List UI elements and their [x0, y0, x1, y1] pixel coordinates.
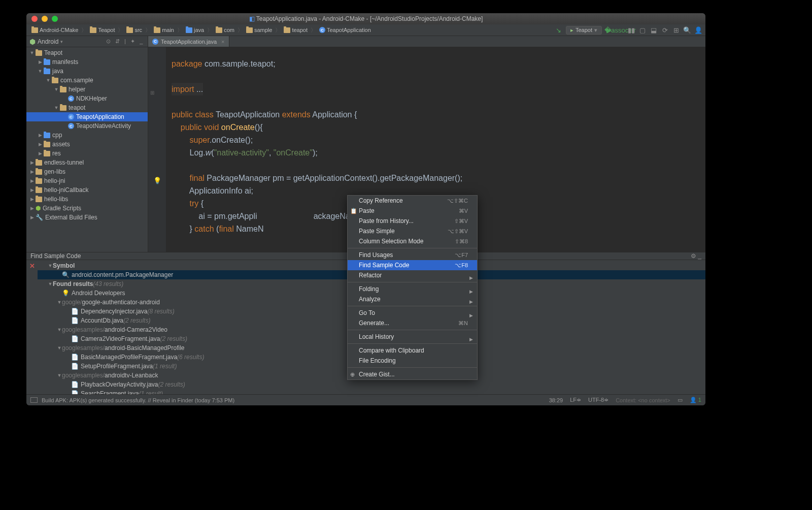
project-tool-window: ⬢ Android ▾ ⊙ ⇵ | ✦ ⎯ Teapotmanifestsjav…	[26, 36, 148, 252]
context-menu-item[interactable]: 📋Paste⌘V	[348, 206, 477, 216]
android-icon: ⬢	[29, 38, 36, 46]
debug-button[interactable]: �associar	[616, 26, 624, 34]
context-menu-item[interactable]: Column Selection Mode⇧⌘8	[348, 236, 477, 246]
context-menu-item[interactable]: File Encoding	[348, 356, 477, 366]
tree-item[interactable]: res	[26, 149, 148, 158]
caret-position[interactable]: 38:29	[549, 397, 563, 403]
breadcrumb-item[interactable]: java	[184, 27, 206, 33]
panel-settings-icon[interactable]: ⚙ ⎯	[691, 252, 701, 260]
status-message: Build APK: APK(s) generated successfully…	[42, 397, 234, 403]
tree-item[interactable]: Teapot	[26, 48, 148, 57]
gutter[interactable]: ⊞ 💡	[148, 47, 166, 252]
context-menu-item[interactable]: Compare with Clipboard	[348, 345, 477, 356]
context-menu-item[interactable]: ⊕Create Gist...	[348, 369, 477, 379]
navigation-bar: Android-CMake〉Teapot〉src〉main〉java〉com〉s…	[26, 24, 705, 36]
editor-context-menu[interactable]: Copy Reference⌥⇧⌘C📋Paste⌘VPaste from His…	[347, 195, 478, 380]
context-menu-item[interactable]: Analyze	[348, 294, 477, 304]
context-menu-item[interactable]: Generate...⌘N	[348, 318, 477, 328]
context-menu-item[interactable]: Paste Simple⌥⇧⌘V	[348, 226, 477, 236]
tree-item[interactable]: helper	[26, 85, 148, 94]
status-tool-window-icon[interactable]	[30, 397, 38, 403]
context-menu-item[interactable]: Copy Reference⌥⇧⌘C	[348, 196, 477, 206]
fold-icon[interactable]: ⊞	[150, 86, 154, 99]
intention-bulb-icon[interactable]: 💡	[153, 174, 161, 187]
find-panel-title: Find Sample Code	[30, 252, 81, 260]
editor-tabs: C TeapotApplication.java ×	[148, 36, 705, 47]
toolbar-right: ↘ ▸Teapot▾ ▶ �associar ▮▮ ▢ ⬓ ⟳ ⊞ 🔍 👤	[555, 26, 702, 35]
context-menu-item[interactable]: Paste from History...⇧⌘V	[348, 216, 477, 226]
ide-window: ◧ TeapotApplication.java - Android-CMake…	[26, 13, 705, 405]
tree-item[interactable]: hello-jniCallback	[26, 185, 148, 195]
context-menu-item[interactable]: Go To	[348, 308, 477, 318]
tree-item[interactable]: hello-libs	[26, 195, 148, 204]
project-tree[interactable]: Teapotmanifestsjavacom.samplehelperCNDKH…	[26, 47, 148, 252]
close-tab-icon[interactable]: ×	[221, 39, 224, 45]
window-title: ◧ TeapotApplication.java - Android-CMake…	[26, 15, 705, 22]
tree-item[interactable]: CTeapotApplication	[26, 112, 148, 121]
context-menu-item[interactable]: Find Usages⌥F7	[348, 250, 477, 260]
inspection-indicator[interactable]: 👤 1	[690, 397, 701, 403]
sync-button[interactable]: ⟳	[661, 26, 669, 34]
class-icon: C	[152, 39, 158, 45]
avatar-icon[interactable]: 👤	[694, 26, 702, 34]
project-view-header[interactable]: ⬢ Android ▾ ⊙ ⇵ | ✦ ⎯	[26, 36, 148, 47]
breadcrumb-item[interactable]: teapot	[282, 27, 310, 33]
tree-item[interactable]: CNDKHelper	[26, 94, 148, 103]
tree-item[interactable]: manifests	[26, 57, 148, 67]
breadcrumb-item[interactable]: sample	[244, 27, 274, 33]
line-separator[interactable]: LF≑	[570, 397, 581, 403]
project-view-tools[interactable]: ⊙ ⇵ | ✦ ⎯	[106, 38, 145, 45]
tree-item[interactable]: 🔧External Build Files	[26, 213, 148, 222]
status-bar: Build APK: APK(s) generated successfully…	[26, 394, 705, 405]
breadcrumb-item[interactable]: Teapot	[88, 27, 117, 33]
make-button[interactable]: ↘	[555, 26, 563, 34]
file-encoding[interactable]: UTF-8≑	[588, 397, 608, 403]
breadcrumb-item[interactable]: main	[152, 27, 176, 33]
editor-tab[interactable]: C TeapotApplication.java ×	[148, 36, 229, 47]
tree-item[interactable]: assets	[26, 140, 148, 149]
context-menu-item[interactable]: Find Sample Code⌥F8	[348, 260, 477, 270]
find-result-item[interactable]: 📄PlaybackOverlayActivity.java (2 results…	[38, 380, 705, 389]
context-label[interactable]: Context: <no context>	[616, 397, 670, 403]
context-menu-item[interactable]: Folding	[348, 284, 477, 294]
breadcrumb-item[interactable]: src	[124, 27, 144, 33]
sdk-manager-button[interactable]: ⬓	[650, 26, 658, 34]
tree-item[interactable]: ⬢Gradle Scripts	[26, 204, 148, 213]
layout-bounds-button[interactable]: ⊞	[672, 26, 680, 34]
breadcrumb-item[interactable]: CTeapotApplication	[317, 27, 373, 33]
tree-item[interactable]: java	[26, 67, 148, 76]
search-everywhere-button[interactable]: 🔍	[683, 26, 691, 34]
run-config-selector[interactable]: ▸Teapot▾	[566, 26, 602, 35]
titlebar: ◧ TeapotApplication.java - Android-CMake…	[26, 13, 705, 24]
close-panel-button[interactable]: ✕	[26, 260, 38, 399]
breadcrumb-item[interactable]: Android-CMake	[29, 27, 80, 33]
tree-item[interactable]: cpp	[26, 131, 148, 140]
tree-item[interactable]: com.sample	[26, 76, 148, 85]
tree-item[interactable]: CTeapotNativeActivity	[26, 121, 148, 131]
attach-debugger-button[interactable]: ▮▮	[627, 26, 635, 34]
tree-item[interactable]: hello-jni	[26, 176, 148, 185]
memory-indicator[interactable]: ▭	[678, 397, 683, 403]
tree-item[interactable]: teapot	[26, 103, 148, 112]
tree-item[interactable]: endless-tunnel	[26, 158, 148, 167]
breadcrumb-item[interactable]: com	[214, 27, 236, 33]
context-menu-item[interactable]: Refactor	[348, 270, 477, 280]
project-view-label: Android	[38, 38, 58, 45]
avd-manager-button[interactable]: ▢	[638, 26, 647, 34]
tree-item[interactable]: gen-libs	[26, 167, 148, 176]
tab-label: TeapotApplication.java	[161, 39, 217, 45]
context-menu-item[interactable]: Local History	[348, 332, 477, 342]
